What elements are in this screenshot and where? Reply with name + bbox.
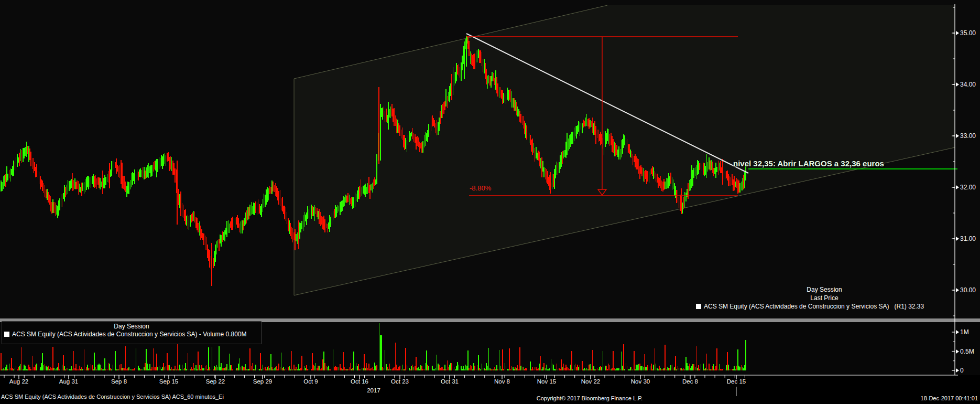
time-axis[interactable] [0,375,955,388]
statusbar-security-text: ACS SM Equity (ACS Actividades de Constr… [1,394,224,400]
volume-series-swatch-icon [4,332,9,337]
volume-legend-session: Day Session [2,323,261,330]
statusbar-copyright: Copyright© 2017 Bloomberg Finance L.P. [487,395,692,401]
price-axis[interactable] [955,4,980,375]
bloomberg-chart-window: nivel 32,35: Abrir LARGOS a 32,36 euros … [0,0,980,404]
volume-legend-security: ACS SM Equity (ACS Actividades de Constr… [12,331,247,338]
year-label: 2017 [367,387,380,394]
measure-percent-label: -8.80% [470,184,491,192]
statusbar-timestamp: 18-Dec-2017 00:41:01 [921,395,978,401]
trade-level-annotation: nivel 32,35: Abrir LARGOS a 32,36 euros [733,159,884,168]
volume-legend: Day Session ACS SM Equity (ACS Actividad… [2,321,262,344]
